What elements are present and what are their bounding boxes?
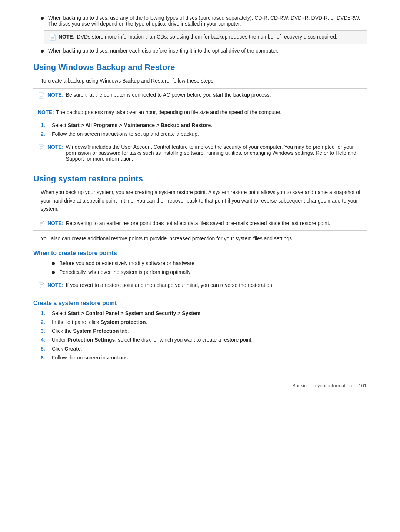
page-content: When backing up to discs, use any of the… bbox=[33, 15, 367, 388]
restore-points-intro: When you back up your system, you are cr… bbox=[41, 188, 367, 213]
note-recovering-text: Recovering to an earlier restore point d… bbox=[66, 220, 330, 226]
note-dvds-label: NOTE: bbox=[59, 34, 75, 40]
bullet-text: Periodically, whenever the system is per… bbox=[59, 269, 191, 275]
step-num: 5. bbox=[41, 346, 48, 352]
note-user-label: NOTE: bbox=[47, 144, 64, 150]
windows-backup-intro: To create a backup using Windows Backup … bbox=[41, 77, 367, 85]
note-page-icon: 📄 bbox=[38, 144, 45, 151]
step-bold: Start > Control Panel > System and Secur… bbox=[68, 310, 200, 316]
bullet-text: Before you add or extensively modify sof… bbox=[59, 260, 194, 266]
step-1: 1. Select Start > All Programs > Mainten… bbox=[41, 122, 367, 128]
step-num: 1. bbox=[41, 122, 48, 128]
create-step-4: 4. Under Protection Settings, select the… bbox=[41, 337, 367, 343]
list-item: When backing up to discs, number each di… bbox=[33, 48, 367, 54]
create-step-6: 6. Follow the on-screen instructions. bbox=[41, 355, 367, 361]
step-text: Click Create. bbox=[52, 346, 82, 352]
note-backup-time-label: NOTE: bbox=[38, 109, 54, 115]
step-num: 2. bbox=[41, 131, 48, 137]
create-step-3: 3. Click the System Protection tab. bbox=[41, 328, 367, 334]
step-num: 4. bbox=[41, 337, 48, 343]
step-num: 2. bbox=[41, 319, 48, 325]
note-backup-time-box: NOTE: The backup process may take over a… bbox=[33, 106, 367, 118]
bullet-text: When backing up to discs, number each di… bbox=[48, 48, 279, 54]
step-bold: Protection Settings bbox=[67, 337, 115, 343]
step-text: Select Start > Control Panel > System an… bbox=[52, 310, 202, 316]
note-backup-time-text: The backup process may take over an hour… bbox=[56, 109, 282, 115]
create-step-2: 2. In the left pane, click System protec… bbox=[41, 319, 367, 325]
restore-extra-text: You also can create additional restore p… bbox=[41, 234, 367, 242]
step-num: 1. bbox=[41, 310, 48, 316]
note-dvds-text: DVDs store more information than CDs, so… bbox=[77, 34, 337, 40]
step-text: Under Protection Settings, select the di… bbox=[52, 337, 253, 343]
when-bullet-list: Before you add or extensively modify sof… bbox=[44, 260, 367, 275]
list-item: Periodically, whenever the system is per… bbox=[44, 269, 367, 275]
step-bold: Start > All Programs > Maintenance > Bac… bbox=[68, 122, 211, 128]
step-text: Select Start > All Programs > Maintenanc… bbox=[52, 122, 212, 128]
step-bold: Create bbox=[64, 346, 81, 352]
step-text: Click the System Protection tab. bbox=[52, 328, 129, 334]
create-step-5: 5. Click Create. bbox=[41, 346, 367, 352]
note-dvds-item: 📄 NOTE: DVDs store more information than… bbox=[33, 30, 367, 44]
step-num: 6. bbox=[41, 355, 48, 361]
note-revert-text: If you revert to a restore point and the… bbox=[66, 282, 274, 288]
list-item: Before you add or extensively modify sof… bbox=[44, 260, 367, 266]
note-page-icon: 📄 bbox=[38, 220, 45, 227]
windows-backup-heading: Using Windows Backup and Restore bbox=[33, 63, 367, 72]
step-text: Follow the on-screen instructions to set… bbox=[52, 131, 199, 137]
bullet-dot bbox=[41, 17, 44, 20]
note-revert-box: 📄 NOTE: If you revert to a restore point… bbox=[33, 279, 367, 292]
footer-page: 101 bbox=[359, 383, 367, 388]
bullet-text: When backing up to discs, use any of the… bbox=[48, 15, 367, 27]
note-recovering-label: NOTE: bbox=[47, 220, 64, 226]
note-user-account-box: 📄 NOTE: Windows® includes the User Accou… bbox=[33, 141, 367, 165]
step-num: 3. bbox=[41, 328, 48, 334]
top-bullet-list: When backing up to discs, use any of the… bbox=[33, 15, 367, 54]
page-footer: Backing up your information 101 bbox=[33, 383, 367, 388]
create-restore-steps: 1. Select Start > Control Panel > System… bbox=[41, 310, 367, 361]
create-restore-heading: Create a system restore point bbox=[33, 300, 367, 307]
step-bold: System Protection bbox=[73, 328, 119, 334]
when-to-create-heading: When to create restore points bbox=[33, 250, 367, 257]
bullet-dot bbox=[52, 271, 55, 274]
step-text: In the left pane, click System protectio… bbox=[52, 319, 147, 325]
note-revert-label: NOTE: bbox=[47, 282, 64, 288]
note-ac-power-box: 📄 NOTE: Be sure that the computer is con… bbox=[33, 88, 367, 102]
note-dvds-box: 📄 NOTE: DVDs store more information than… bbox=[44, 30, 367, 44]
footer-text: Backing up your information bbox=[292, 383, 352, 388]
note-page-icon: 📄 bbox=[49, 34, 56, 41]
note-ac-text: Be sure that the computer is connected t… bbox=[66, 92, 271, 98]
step-bold: System protection bbox=[101, 319, 146, 325]
step-text: Follow the on-screen instructions. bbox=[52, 355, 129, 361]
bullet-dot bbox=[52, 262, 55, 265]
note-ac-label: NOTE: bbox=[47, 92, 64, 98]
bullet-dot bbox=[41, 50, 44, 53]
step-2: 2. Follow the on-screen instructions to … bbox=[41, 131, 367, 137]
note-recovering-box: 📄 NOTE: Recovering to an earlier restore… bbox=[33, 217, 367, 231]
note-page-icon: 📄 bbox=[38, 282, 45, 289]
create-step-1: 1. Select Start > Control Panel > System… bbox=[41, 310, 367, 316]
note-user-text: Windows® includes the User Account Contr… bbox=[66, 144, 362, 162]
list-item: When backing up to discs, use any of the… bbox=[33, 15, 367, 27]
windows-backup-steps: 1. Select Start > All Programs > Mainten… bbox=[41, 122, 367, 137]
restore-points-heading: Using system restore points bbox=[33, 174, 367, 184]
note-page-icon: 📄 bbox=[38, 92, 45, 99]
